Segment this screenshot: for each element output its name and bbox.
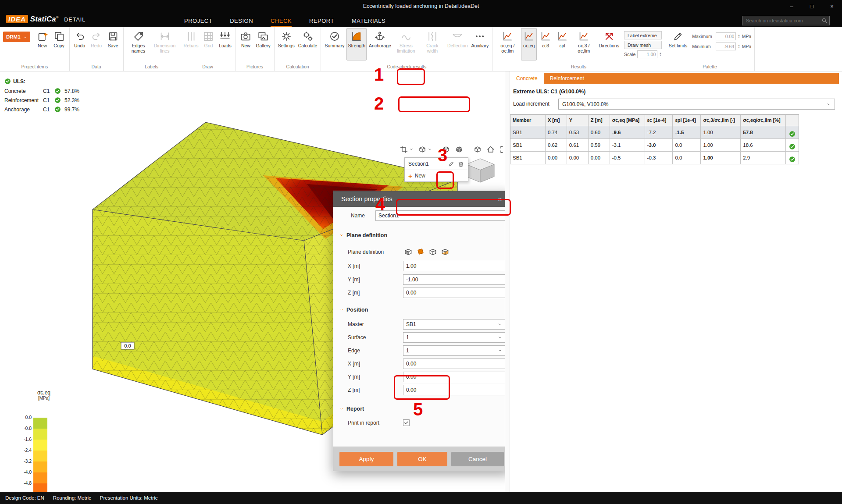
dialog-close-icon[interactable]: × <box>495 195 505 203</box>
ribbon-settings-button[interactable]: Settings <box>277 28 296 60</box>
spinner-arrows-icon[interactable]: ▲▼ <box>738 44 740 49</box>
ribbon-c3-button[interactable]: εc3 <box>538 28 553 60</box>
close-button[interactable]: × <box>822 0 842 12</box>
spinner-arrows-icon[interactable]: ▲▼ <box>659 52 661 57</box>
directions-icon <box>603 31 615 42</box>
plane-y-input[interactable] <box>403 274 505 285</box>
section-name-input[interactable] <box>375 210 505 221</box>
search-input[interactable] <box>746 18 821 23</box>
maximum-input[interactable] <box>716 32 736 40</box>
menu-check[interactable]: CHECK <box>271 14 292 27</box>
load-increment-select[interactable]: G100.0%, V100.0% <box>558 99 835 110</box>
ribbon-loads-button[interactable]: Loads <box>217 28 233 60</box>
plane-z-input[interactable] <box>403 287 505 298</box>
toggle-label-extreme[interactable]: Label extreme <box>624 31 662 39</box>
maximize-button[interactable]: □ <box>802 0 822 12</box>
ribbon-summary-button[interactable]: Summary <box>323 28 346 60</box>
ok-button[interactable]: OK <box>397 452 447 466</box>
print-in-report-checkbox[interactable] <box>403 419 410 426</box>
ribbon-new-button[interactable]: New <box>238 28 253 60</box>
column-header[interactable]: σc,3/σc,lim [-] <box>701 115 741 126</box>
zoom-fit-button[interactable] <box>498 143 505 156</box>
column-header[interactable]: σc,eq [MPa] <box>610 115 645 126</box>
minimum-input[interactable] <box>716 43 736 50</box>
ribbon-copy-button[interactable]: Copy <box>51 28 67 60</box>
ribbon-pl-button[interactable]: εpl <box>554 28 570 60</box>
plane-face-button[interactable] <box>415 247 426 257</box>
menu-report[interactable]: REPORT <box>309 14 334 27</box>
column-header[interactable] <box>786 115 799 126</box>
ribbon-strength-button[interactable]: Strength <box>346 28 367 60</box>
result-cell: SB1 <box>510 152 546 164</box>
cancel-button[interactable]: Cancel <box>451 452 504 466</box>
ribbon-c-3-c-lim-button[interactable]: σc,3 / σc,lim <box>571 28 596 60</box>
pos-x-input[interactable] <box>403 358 505 369</box>
new-section-button[interactable]: + New <box>405 170 468 181</box>
menu-materials[interactable]: MATERIALS <box>352 14 385 27</box>
column-header[interactable]: σc,eq/σc,lim [%] <box>741 115 786 126</box>
plane-diagonal-button[interactable] <box>440 247 450 257</box>
ribbon-set-limits-button[interactable]: Set limits <box>667 28 689 60</box>
column-header[interactable]: X [m] <box>546 115 567 126</box>
zoom-home-button[interactable] <box>485 143 496 156</box>
summary-icon <box>329 31 340 42</box>
column-header[interactable]: εpl [1e-4] <box>673 115 701 126</box>
plane-definition-section[interactable]: Plane definition <box>339 232 387 238</box>
viewport-scrollbar[interactable] <box>505 71 510 492</box>
calculate-icon <box>302 31 314 42</box>
master-select[interactable]: SB1 <box>403 319 505 330</box>
column-header[interactable]: Y <box>567 115 589 126</box>
scale-input[interactable] <box>637 50 657 58</box>
report-section[interactable]: Report <box>339 406 364 412</box>
ribbon-gallery-button[interactable]: Gallery <box>254 28 271 60</box>
search-icon[interactable] <box>821 18 828 24</box>
tab-concrete[interactable]: Concrete <box>510 73 544 84</box>
plane-xy-button[interactable] <box>403 247 414 257</box>
surface-select[interactable]: 1 <box>403 332 505 343</box>
section-list-item[interactable]: Section1 <box>405 158 468 170</box>
view-mode-button[interactable] <box>417 143 433 156</box>
ribbon-auxiliary-button[interactable]: Auxiliary <box>470 28 490 60</box>
spinner-arrows-icon[interactable]: ▲▼ <box>738 34 740 39</box>
ribbon-undo-button[interactable]: Undo <box>72 28 88 60</box>
search-box[interactable] <box>742 16 830 25</box>
axonometry-button[interactable] <box>472 143 483 156</box>
menu-project[interactable]: PROJECT <box>184 14 212 27</box>
plane-x-input[interactable] <box>403 261 505 271</box>
ribbon-save-button[interactable]: Save <box>105 28 121 60</box>
ribbon-c-eq-c-lim-button[interactable]: σc,eq / σc,lim <box>495 28 520 60</box>
column-header[interactable]: Member <box>510 115 546 126</box>
column-header[interactable]: εc [1e-4] <box>645 115 673 126</box>
ribbon-edges-names-button[interactable]: Edges names <box>126 28 151 60</box>
menu-design[interactable]: DESIGN <box>230 14 253 27</box>
project-item-selector[interactable]: DRM1 <box>3 32 30 42</box>
3d-viewport[interactable]: 0.0 ULS: ConcreteC157.8%ReinforcementC15… <box>0 71 505 492</box>
result-row[interactable]: SB10.620.610.59-3.1-3.00.01.0018.6 <box>510 139 799 152</box>
section-tool-button[interactable] <box>398 143 415 156</box>
dialog-header[interactable]: Section properties × <box>333 191 505 207</box>
ribbon-c-eq-button[interactable]: σc,eq <box>521 28 537 60</box>
plane-wire-button[interactable] <box>428 247 438 257</box>
column-header[interactable]: Z [m] <box>589 115 610 126</box>
ribbon-directions-button[interactable]: Directions <box>597 28 621 60</box>
ribbon-calculate-button[interactable]: Calculate <box>297 28 319 60</box>
result-row[interactable]: SB10.740.530.60-9.6-7.2-1.51.0057.8 <box>510 126 799 139</box>
ribbon-new-button[interactable]: New <box>35 28 50 60</box>
position-section[interactable]: Position <box>339 307 368 313</box>
ribbon-anchorage-button[interactable]: Anchorage <box>367 28 392 60</box>
tab-reinforcement[interactable]: Reinforcement <box>544 73 590 84</box>
gallery-icon <box>257 31 269 42</box>
minimize-button[interactable]: – <box>781 0 802 12</box>
legend-color-cell <box>33 429 47 440</box>
edge-select[interactable]: 1 <box>403 345 505 356</box>
section-crop-icon <box>400 145 408 154</box>
pos-y-input[interactable] <box>403 372 505 382</box>
result-row[interactable]: SB10.000.000.00-0.5-0.30.01.002.9 <box>510 152 799 164</box>
apply-button[interactable]: Apply <box>339 452 393 466</box>
pos-z-input[interactable] <box>403 385 505 395</box>
master-label: Master <box>348 319 364 330</box>
edit-pencil-icon[interactable] <box>448 160 455 167</box>
solid-view-button[interactable] <box>453 143 465 156</box>
delete-trash-icon[interactable] <box>457 160 464 167</box>
toggle-draw-mesh[interactable]: Draw mesh <box>624 41 662 49</box>
